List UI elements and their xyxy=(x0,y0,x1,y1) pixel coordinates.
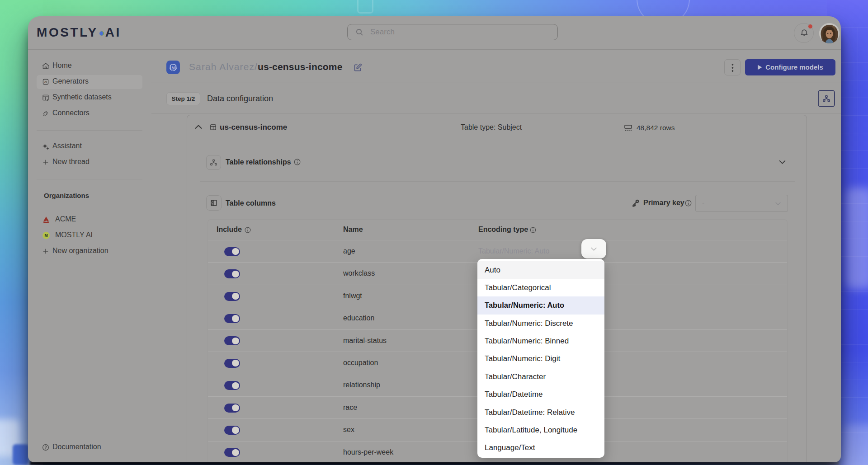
svg-text:M: M xyxy=(44,233,47,238)
svg-text:AI: AI xyxy=(44,80,47,83)
svg-text:AI: AI xyxy=(172,66,175,69)
